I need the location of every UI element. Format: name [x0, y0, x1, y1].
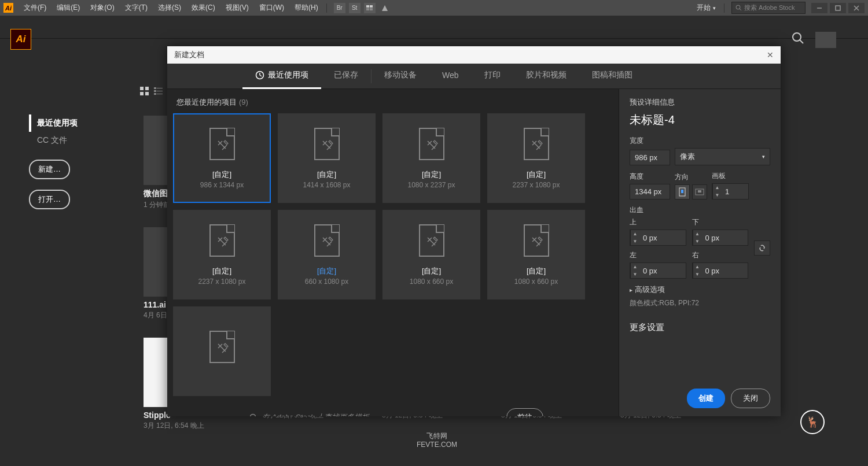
preset-card[interactable]: [自定]1080 x 660 px	[382, 210, 480, 299]
preset-card[interactable]: [自定]986 x 1344 px	[173, 113, 271, 203]
link-bleed-icon[interactable]	[754, 241, 770, 256]
portrait-button[interactable]	[675, 184, 690, 199]
tab-art[interactable]: 图稿和插图	[579, 64, 645, 89]
nav-recent[interactable]: 最近使用项	[29, 114, 127, 132]
new-document-dialog: 新建文档 ✕ 最近使用项 已保存 移动设备 Web 打印 胶片和视频 图稿和插图…	[167, 46, 781, 416]
menu-text[interactable]: 文字(T)	[120, 1, 152, 15]
artboards-label: 画板	[712, 171, 749, 181]
preset-name: [自定]	[212, 266, 231, 276]
height-label: 高度	[630, 172, 670, 182]
preset-card[interactable]: [自定]2237 x 1080 px	[173, 210, 271, 299]
width-input[interactable]: 986 px	[630, 150, 670, 165]
menu-window[interactable]: 窗口(W)	[255, 1, 289, 15]
svg-rect-1	[370, 5, 373, 8]
document-icon	[524, 224, 549, 257]
new-file-button[interactable]: 新建…	[29, 160, 70, 179]
tab-mobile[interactable]: 移动设备	[372, 64, 429, 89]
document-icon	[209, 224, 235, 257]
document-icon	[209, 128, 235, 160]
svg-rect-15	[145, 92, 149, 95]
preset-dimensions: 1414 x 1608 px	[303, 181, 350, 189]
menu-file[interactable]: 文件(F)	[19, 1, 51, 15]
close-button[interactable]: 关闭	[731, 389, 770, 408]
document-icon	[419, 224, 444, 257]
svg-rect-7	[836, 6, 840, 10]
svg-point-10	[793, 33, 801, 41]
separator	[724, 3, 724, 13]
svg-rect-13	[145, 87, 149, 90]
preset-name: [自定]	[527, 169, 546, 180]
svg-rect-20	[154, 93, 156, 95]
svg-rect-17	[157, 88, 163, 88]
home-search-icon[interactable]	[792, 32, 804, 46]
goto-button[interactable]: 前往	[506, 408, 543, 416]
list-view-icon[interactable]	[154, 87, 163, 97]
tab-print[interactable]: 打印	[472, 64, 513, 89]
bleed-label: 出血	[630, 205, 770, 215]
more-settings-button[interactable]: 更多设置	[630, 319, 770, 336]
svg-rect-14	[140, 92, 144, 95]
tab-saved[interactable]: 已保存	[321, 64, 371, 89]
gpu-icon[interactable]	[379, 3, 391, 13]
tab-recent[interactable]: 最近使用项	[242, 64, 321, 89]
svg-point-4	[736, 5, 740, 9]
close-window-button[interactable]	[848, 3, 865, 13]
document-icon	[524, 128, 549, 160]
preset-card[interactable]: [自定]1080 x 660 px	[487, 210, 585, 299]
nav-cc-files[interactable]: CC 文件	[29, 132, 127, 149]
separator	[326, 3, 327, 13]
workspace-switcher[interactable]	[815, 32, 836, 48]
app-home-logo-icon: Ai	[10, 29, 31, 50]
search-icon	[249, 413, 258, 416]
menu-object[interactable]: 对象(O)	[86, 1, 119, 15]
bleed-top-input[interactable]: ▲▼0 px	[630, 230, 686, 246]
bleed-left-input[interactable]: ▲▼0 px	[630, 262, 686, 279]
menu-view[interactable]: 视图(V)	[221, 1, 253, 15]
close-icon[interactable]: ✕	[767, 50, 774, 60]
bleed-bottom-input[interactable]: ▲▼0 px	[692, 230, 749, 246]
height-input[interactable]: 1344 px	[630, 184, 670, 199]
menu-effect[interactable]: 效果(C)	[187, 1, 220, 15]
document-name[interactable]: 未标题-4	[630, 112, 770, 128]
preset-card[interactable]: [自定]660 x 1080 px	[278, 210, 376, 299]
preset-card[interactable]: [自定]1414 x 1608 px	[278, 113, 376, 203]
artboards-stepper[interactable]: ▲▼ 1	[712, 183, 749, 199]
open-file-button[interactable]: 打开…	[29, 190, 70, 209]
watermark: 飞特网FEVTE.COM	[417, 432, 457, 450]
arrange-icon[interactable]	[364, 3, 376, 13]
create-button[interactable]: 创建	[687, 389, 725, 408]
tab-web[interactable]: Web	[429, 64, 472, 89]
preset-card[interactable]	[173, 306, 271, 396]
preset-name: [自定]	[317, 169, 336, 180]
bleed-right-input[interactable]: ▲▼0 px	[692, 262, 749, 279]
unit-select[interactable]: 像素▾	[675, 148, 770, 165]
preset-dimensions: 2237 x 1080 px	[198, 278, 245, 286]
menu-edit[interactable]: 编辑(E)	[52, 1, 84, 15]
dialog-tabs: 最近使用项 已保存 移动设备 Web 打印 胶片和视频 图稿和插图	[167, 64, 781, 89]
landscape-button[interactable]	[692, 184, 707, 199]
maximize-button[interactable]	[830, 3, 846, 13]
svg-line-11	[800, 40, 803, 43]
stock-template-search[interactable]: 在 Adobe Stock 上查找更多模板	[242, 408, 499, 416]
clock-icon	[255, 71, 264, 80]
document-icon	[209, 331, 235, 363]
document-icon	[314, 224, 340, 257]
section-label: 您最近使用的项目(9)	[173, 97, 613, 108]
stock-icon[interactable]: St	[349, 3, 361, 13]
bridge-icon[interactable]: Br	[334, 3, 345, 13]
menu-select[interactable]: 选择(S)	[153, 1, 186, 15]
grid-view-icon[interactable]	[140, 87, 149, 97]
start-dropdown[interactable]: 开始 ▾	[692, 2, 720, 14]
tab-film[interactable]: 胶片和视频	[513, 64, 579, 89]
minimize-button[interactable]	[811, 3, 827, 13]
preset-name: [自定]	[422, 169, 441, 180]
preset-card[interactable]: [自定]2237 x 1080 px	[487, 113, 585, 203]
advanced-options-toggle[interactable]: ▸高级选项	[630, 284, 770, 295]
menu-help[interactable]: 帮助(H)	[290, 1, 323, 15]
svg-rect-19	[157, 91, 163, 91]
preset-dimensions: 1080 x 660 px	[514, 278, 558, 286]
orientation-label: 方向	[675, 172, 707, 182]
svg-point-25	[251, 415, 256, 417]
stock-search-input[interactable]: 搜索 Adobe Stock	[731, 2, 806, 14]
preset-card[interactable]: [自定]1080 x 2237 px	[382, 113, 480, 203]
